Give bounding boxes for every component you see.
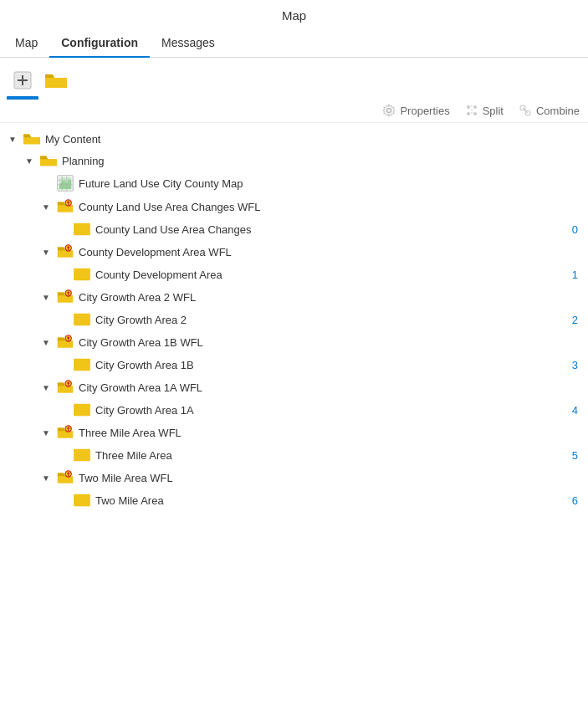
wfl-icon-countydev bbox=[56, 243, 74, 261]
tree-row-futurelanduse[interactable]: Future Land Use City County Map bbox=[0, 171, 588, 195]
tab-messages[interactable]: Messages bbox=[150, 29, 227, 58]
arrow-mycontent: ▼ bbox=[7, 133, 18, 145]
wfl-icon-citygrowth2 bbox=[56, 288, 74, 306]
svg-rect-27 bbox=[74, 314, 90, 325]
countylanduse-layer-num: 0 bbox=[571, 223, 588, 236]
threemile-layer-num: 5 bbox=[571, 449, 588, 462]
tab-configuration[interactable]: Configuration bbox=[49, 29, 150, 58]
folder-icon-mycontent bbox=[23, 131, 41, 146]
split-label: Split bbox=[483, 105, 504, 117]
svg-rect-39 bbox=[74, 494, 90, 506]
svg-point-3 bbox=[387, 109, 391, 113]
tree-row-planning[interactable]: ▼ Planning bbox=[0, 150, 588, 171]
layer-icon-threemile bbox=[73, 448, 91, 463]
combine-action[interactable]: Combine bbox=[519, 104, 580, 117]
citygrowth2-layer-num: 2 bbox=[571, 314, 588, 326]
arrow-twomile: ▼ bbox=[40, 472, 52, 483]
futurelanduse-label: Future Land Use City County Map bbox=[79, 177, 588, 190]
arrow-citygrowth1b: ▼ bbox=[40, 336, 52, 348]
tree-row-citygrowth1b-layer[interactable]: City Growth Area 1B 3 bbox=[0, 354, 588, 376]
svg-point-32 bbox=[67, 382, 69, 385]
twomile-wfl-label: Two Mile Area WFL bbox=[79, 472, 588, 484]
mycontent-label: My Content bbox=[45, 133, 588, 146]
tree-container: ▼ My Content ▼ Planning Future La bbox=[0, 123, 588, 516]
svg-rect-33 bbox=[74, 404, 90, 416]
map-icon-futurelanduse bbox=[56, 174, 74, 192]
add-button[interactable] bbox=[7, 64, 38, 96]
wfl-icon-twomile bbox=[56, 468, 74, 487]
wfl-icon-citygrowth1a bbox=[56, 378, 74, 396]
layer-icon-twomile bbox=[73, 493, 91, 508]
svg-rect-24 bbox=[74, 269, 90, 280]
toolbar bbox=[0, 58, 588, 96]
svg-point-5 bbox=[473, 105, 477, 109]
tree-row-countylanduse-layer[interactable]: County Land Use Area Changes 0 bbox=[0, 218, 588, 240]
citygrowth1b-wfl-label: City Growth Area 1B WFL bbox=[79, 336, 588, 349]
wfl-icon-citygrowth1b bbox=[56, 333, 74, 351]
arrow-citygrowth1a: ▼ bbox=[40, 381, 52, 393]
layer-icon-citygrowth2 bbox=[73, 312, 91, 327]
svg-point-23 bbox=[67, 247, 69, 249]
svg-point-20 bbox=[67, 202, 69, 204]
citygrowth2-layer-label: City Growth Area 2 bbox=[95, 314, 571, 326]
tree-row-mycontent[interactable]: ▼ My Content bbox=[0, 128, 588, 150]
combine-icon bbox=[519, 104, 532, 117]
countydev-layer-label: County Development Area bbox=[95, 269, 571, 281]
tree-row-citygrowth2-layer[interactable]: City Growth Area 2 2 bbox=[0, 309, 588, 330]
folder-button[interactable] bbox=[40, 64, 72, 96]
citygrowth1a-wfl-label: City Growth Area 1A WFL bbox=[79, 381, 588, 394]
planning-label: Planning bbox=[62, 155, 588, 167]
layer-icon-countylanduse bbox=[73, 222, 91, 237]
citygrowth1b-layer-num: 3 bbox=[571, 359, 588, 371]
svg-point-7 bbox=[473, 112, 477, 115]
tree-row-threemile-wfl[interactable]: ▼ Three Mile Area WFL bbox=[0, 421, 588, 444]
tree-row-countydev-wfl[interactable]: ▼ County Development Area WFL bbox=[0, 240, 588, 263]
tab-bar: Map Configuration Messages bbox=[0, 29, 588, 58]
tab-map[interactable]: Map bbox=[3, 29, 49, 58]
wfl-icon-countylanduse bbox=[56, 197, 74, 216]
arrow-citygrowth2: ▼ bbox=[40, 291, 52, 303]
tree-row-citygrowth1b-wfl[interactable]: ▼ City Growth Area 1B WFL bbox=[0, 330, 588, 354]
layer-icon-countydev bbox=[73, 267, 91, 282]
citygrowth1a-layer-num: 4 bbox=[571, 404, 588, 417]
svg-point-6 bbox=[467, 112, 470, 115]
tree-row-citygrowth1a-wfl[interactable]: ▼ City Growth Area 1A WFL bbox=[0, 376, 588, 399]
properties-action[interactable]: Properties bbox=[382, 104, 449, 117]
page-title: Map bbox=[0, 0, 588, 29]
arrow-threemile: ▼ bbox=[40, 427, 52, 438]
gear-icon bbox=[382, 104, 396, 117]
twomile-layer-label: Two Mile Area bbox=[95, 494, 571, 507]
citygrowth2-wfl-label: City Growth Area 2 WFL bbox=[79, 291, 588, 304]
tree-row-citygrowth2-wfl[interactable]: ▼ City Growth Area 2 WFL bbox=[0, 285, 588, 309]
svg-point-4 bbox=[467, 105, 470, 109]
arrow-planning: ▼ bbox=[23, 155, 35, 166]
countylanduse-wfl-label: County Land Use Area Changes WFL bbox=[79, 201, 588, 213]
action-bar: Properties Split Combine bbox=[0, 99, 588, 123]
svg-point-38 bbox=[67, 473, 69, 475]
twomile-layer-num: 6 bbox=[571, 494, 588, 507]
citygrowth1b-layer-label: City Growth Area 1B bbox=[95, 359, 571, 371]
tree-row-citygrowth1a-layer[interactable]: City Growth Area 1A 4 bbox=[0, 399, 588, 421]
wfl-icon-threemile bbox=[56, 423, 74, 442]
svg-rect-30 bbox=[74, 359, 90, 371]
tree-row-countylanduse-wfl[interactable]: ▼ County Land Use Area Changes WFL bbox=[0, 195, 588, 218]
tree-row-twomile-layer[interactable]: Two Mile Area 6 bbox=[0, 489, 588, 511]
svg-rect-36 bbox=[74, 449, 90, 461]
threemile-layer-label: Three Mile Area bbox=[95, 449, 571, 462]
citygrowth1a-layer-label: City Growth Area 1A bbox=[95, 404, 571, 417]
arrow-countydev: ▼ bbox=[40, 246, 52, 258]
layer-icon-citygrowth1b bbox=[73, 357, 91, 372]
folder-icon-planning bbox=[39, 153, 58, 168]
svg-point-35 bbox=[67, 427, 69, 430]
arrow-countylanduse: ▼ bbox=[40, 201, 52, 212]
combine-label: Combine bbox=[536, 105, 580, 117]
svg-rect-21 bbox=[74, 223, 90, 235]
split-action[interactable]: Split bbox=[465, 104, 504, 117]
tree-row-twomile-wfl[interactable]: ▼ Two Mile Area WFL bbox=[0, 466, 588, 489]
layer-icon-citygrowth1a bbox=[73, 402, 91, 417]
properties-label: Properties bbox=[400, 105, 449, 117]
threemile-wfl-label: Three Mile Area WFL bbox=[79, 427, 588, 439]
tree-row-countydev-layer[interactable]: County Development Area 1 bbox=[0, 263, 588, 285]
countydev-layer-num: 1 bbox=[571, 269, 588, 281]
tree-row-threemile-layer[interactable]: Three Mile Area 5 bbox=[0, 444, 588, 466]
